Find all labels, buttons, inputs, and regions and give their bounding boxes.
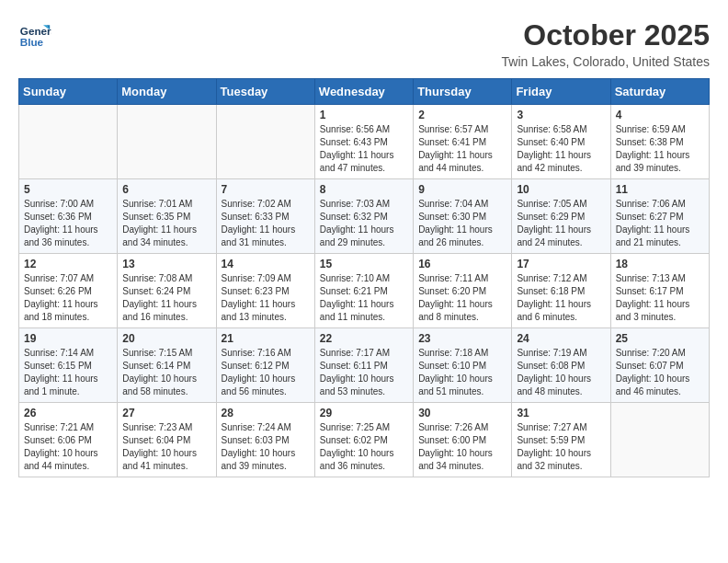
day-info: Sunrise: 7:14 AM Sunset: 6:15 PM Dayligh… [24,347,112,398]
day-cell: 16Sunrise: 7:11 AM Sunset: 6:20 PM Dayli… [414,254,512,328]
title-area: October 2025 Twin Lakes, Colorado, Unite… [502,18,710,69]
day-cell: 10Sunrise: 7:05 AM Sunset: 6:29 PM Dayli… [512,179,610,254]
day-info: Sunrise: 6:57 AM Sunset: 6:41 PM Dayligh… [418,123,506,175]
day-info: Sunrise: 7:05 AM Sunset: 6:29 PM Dayligh… [517,198,605,249]
day-info: Sunrise: 7:23 AM Sunset: 6:04 PM Dayligh… [122,421,210,473]
day-number: 22 [320,332,408,345]
day-cell: 31Sunrise: 7:27 AM Sunset: 5:59 PM Dayli… [512,403,610,477]
day-cell: 6Sunrise: 7:01 AM Sunset: 6:35 PM Daylig… [118,179,216,254]
day-number: 9 [418,183,506,196]
day-number: 10 [517,183,605,196]
day-number: 7 [222,183,310,196]
day-cell [118,105,216,179]
day-number: 20 [122,332,210,345]
day-cell: 30Sunrise: 7:26 AM Sunset: 6:00 PM Dayli… [414,403,512,477]
day-cell: 25Sunrise: 7:20 AM Sunset: 6:07 PM Dayli… [610,328,709,403]
day-number: 19 [24,332,112,345]
day-cell: 28Sunrise: 7:24 AM Sunset: 6:03 PM Dayli… [216,403,314,477]
day-cell: 8Sunrise: 7:03 AM Sunset: 6:32 PM Daylig… [314,179,413,254]
day-cell: 23Sunrise: 7:18 AM Sunset: 6:10 PM Dayli… [414,328,512,403]
day-number: 1 [320,109,408,121]
day-info: Sunrise: 6:59 AM Sunset: 6:38 PM Dayligh… [616,123,704,175]
day-info: Sunrise: 6:56 AM Sunset: 6:43 PM Dayligh… [320,123,408,175]
day-number: 11 [616,183,704,196]
column-header-tuesday: Tuesday [216,79,314,105]
day-info: Sunrise: 7:02 AM Sunset: 6:33 PM Dayligh… [222,198,310,249]
day-number: 3 [517,109,605,121]
column-header-wednesday: Wednesday [314,79,413,105]
logo: General Blue [18,18,51,52]
day-number: 23 [418,332,506,345]
day-info: Sunrise: 7:10 AM Sunset: 6:21 PM Dayligh… [320,272,408,324]
day-number: 8 [320,183,408,196]
column-header-monday: Monday [118,79,216,105]
day-cell [19,105,118,179]
day-info: Sunrise: 7:20 AM Sunset: 6:07 PM Dayligh… [616,347,704,398]
calendar: SundayMondayTuesdayWednesdayThursdayFrid… [18,78,710,477]
day-number: 26 [24,407,112,419]
day-info: Sunrise: 7:06 AM Sunset: 6:27 PM Dayligh… [616,198,704,249]
column-header-friday: Friday [512,79,610,105]
day-info: Sunrise: 7:03 AM Sunset: 6:32 PM Dayligh… [320,198,408,249]
day-number: 28 [222,407,310,419]
day-cell: 12Sunrise: 7:07 AM Sunset: 6:26 PM Dayli… [19,254,118,328]
week-row-4: 19Sunrise: 7:14 AM Sunset: 6:15 PM Dayli… [19,328,710,403]
day-number: 21 [222,332,310,345]
day-cell [216,105,314,179]
day-cell: 5Sunrise: 7:00 AM Sunset: 6:36 PM Daylig… [19,179,118,254]
day-cell: 7Sunrise: 7:02 AM Sunset: 6:33 PM Daylig… [216,179,314,254]
day-number: 17 [517,258,605,270]
day-cell: 21Sunrise: 7:16 AM Sunset: 6:12 PM Dayli… [216,328,314,403]
day-info: Sunrise: 7:25 AM Sunset: 6:02 PM Dayligh… [320,421,408,473]
day-cell: 26Sunrise: 7:21 AM Sunset: 6:06 PM Dayli… [19,403,118,477]
day-cell: 15Sunrise: 7:10 AM Sunset: 6:21 PM Dayli… [314,254,413,328]
day-number: 27 [122,407,210,419]
week-row-1: 1Sunrise: 6:56 AM Sunset: 6:43 PM Daylig… [19,105,710,179]
column-header-saturday: Saturday [610,79,709,105]
day-number: 31 [517,407,605,419]
day-cell: 27Sunrise: 7:23 AM Sunset: 6:04 PM Dayli… [118,403,216,477]
day-cell: 13Sunrise: 7:08 AM Sunset: 6:24 PM Dayli… [118,254,216,328]
day-info: Sunrise: 7:08 AM Sunset: 6:24 PM Dayligh… [122,272,210,324]
calendar-header-row: SundayMondayTuesdayWednesdayThursdayFrid… [19,79,710,105]
logo-icon: General Blue [18,18,51,52]
day-number: 5 [24,183,112,196]
day-cell: 9Sunrise: 7:04 AM Sunset: 6:30 PM Daylig… [414,179,512,254]
location: Twin Lakes, Colorado, United States [502,54,710,69]
day-number: 4 [616,109,704,121]
day-cell: 22Sunrise: 7:17 AM Sunset: 6:11 PM Dayli… [314,328,413,403]
day-cell: 17Sunrise: 7:12 AM Sunset: 6:18 PM Dayli… [512,254,610,328]
week-row-3: 12Sunrise: 7:07 AM Sunset: 6:26 PM Dayli… [19,254,710,328]
day-cell: 18Sunrise: 7:13 AM Sunset: 6:17 PM Dayli… [610,254,709,328]
column-header-thursday: Thursday [414,79,512,105]
day-info: Sunrise: 7:19 AM Sunset: 6:08 PM Dayligh… [517,347,605,398]
week-row-2: 5Sunrise: 7:00 AM Sunset: 6:36 PM Daylig… [19,179,710,254]
day-info: Sunrise: 7:04 AM Sunset: 6:30 PM Dayligh… [418,198,506,249]
day-number: 24 [517,332,605,345]
page-header: General Blue October 2025 Twin Lakes, Co… [18,18,710,69]
day-info: Sunrise: 7:11 AM Sunset: 6:20 PM Dayligh… [418,272,506,324]
day-number: 12 [24,258,112,270]
day-cell: 19Sunrise: 7:14 AM Sunset: 6:15 PM Dayli… [19,328,118,403]
day-info: Sunrise: 7:16 AM Sunset: 6:12 PM Dayligh… [222,347,310,398]
day-number: 30 [418,407,506,419]
day-cell: 20Sunrise: 7:15 AM Sunset: 6:14 PM Dayli… [118,328,216,403]
day-info: Sunrise: 6:58 AM Sunset: 6:40 PM Dayligh… [517,123,605,175]
day-cell [610,403,709,477]
day-cell: 3Sunrise: 6:58 AM Sunset: 6:40 PM Daylig… [512,105,610,179]
day-info: Sunrise: 7:13 AM Sunset: 6:17 PM Dayligh… [616,272,704,324]
day-cell: 4Sunrise: 6:59 AM Sunset: 6:38 PM Daylig… [610,105,709,179]
day-info: Sunrise: 7:00 AM Sunset: 6:36 PM Dayligh… [24,198,112,249]
day-cell: 1Sunrise: 6:56 AM Sunset: 6:43 PM Daylig… [314,105,413,179]
day-info: Sunrise: 7:26 AM Sunset: 6:00 PM Dayligh… [418,421,506,473]
day-info: Sunrise: 7:17 AM Sunset: 6:11 PM Dayligh… [320,347,408,398]
week-row-5: 26Sunrise: 7:21 AM Sunset: 6:06 PM Dayli… [19,403,710,477]
day-number: 15 [320,258,408,270]
day-cell: 24Sunrise: 7:19 AM Sunset: 6:08 PM Dayli… [512,328,610,403]
month-title: October 2025 [502,18,710,52]
day-info: Sunrise: 7:27 AM Sunset: 5:59 PM Dayligh… [517,421,605,473]
day-info: Sunrise: 7:12 AM Sunset: 6:18 PM Dayligh… [517,272,605,324]
day-number: 18 [616,258,704,270]
day-number: 13 [122,258,210,270]
day-info: Sunrise: 7:09 AM Sunset: 6:23 PM Dayligh… [222,272,310,324]
